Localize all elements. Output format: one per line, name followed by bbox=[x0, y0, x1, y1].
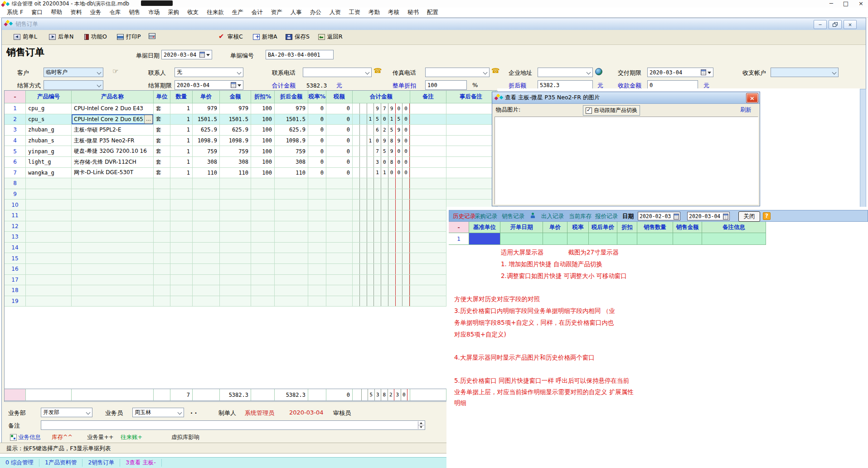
address-combo[interactable] bbox=[538, 68, 593, 77]
grid-cell[interactable] bbox=[220, 232, 251, 243]
image-window-close-button[interactable]: × bbox=[747, 93, 758, 102]
grid-cell[interactable]: yinpan_g bbox=[26, 146, 72, 157]
grid-cell[interactable] bbox=[275, 221, 308, 232]
grid-cell[interactable]: 套 bbox=[154, 146, 170, 157]
vertical-scrollbar[interactable] bbox=[860, 89, 866, 207]
grid-cell[interactable] bbox=[72, 221, 154, 232]
child-close-button[interactable]: × bbox=[844, 20, 857, 29]
grid-cell[interactable] bbox=[410, 296, 446, 307]
grid-cell[interactable] bbox=[353, 285, 410, 296]
grid-cell[interactable] bbox=[26, 232, 72, 243]
grid-cell[interactable] bbox=[308, 189, 326, 200]
grid-cell[interactable] bbox=[308, 210, 326, 221]
grid-cell[interactable]: 100 bbox=[251, 157, 275, 168]
grid-cell[interactable] bbox=[326, 189, 353, 200]
grid-cell[interactable]: 11 bbox=[5, 210, 26, 221]
discount-input[interactable]: 100 bbox=[425, 80, 467, 90]
grid-cell[interactable]: 9 bbox=[5, 189, 26, 200]
menu-item[interactable]: 采购 bbox=[164, 8, 183, 17]
grid-cell[interactable] bbox=[353, 253, 410, 264]
grid-cell[interactable] bbox=[251, 264, 275, 275]
grid-cell[interactable]: 110 bbox=[193, 168, 220, 179]
grid-cell[interactable]: 979 bbox=[220, 103, 251, 114]
history-cell[interactable] bbox=[469, 233, 500, 245]
grid-cell[interactable]: 16 bbox=[5, 264, 26, 275]
grid-cell[interactable]: 1501.5 bbox=[220, 114, 251, 125]
grid-cell[interactable] bbox=[275, 275, 308, 286]
grid-cell[interactable] bbox=[308, 178, 326, 189]
spinner-control[interactable] bbox=[418, 421, 424, 429]
grid-cell[interactable]: 979 bbox=[193, 103, 220, 114]
menu-item[interactable]: 会计 bbox=[247, 8, 267, 17]
grid-cell[interactable] bbox=[353, 296, 410, 307]
grid-cell[interactable] bbox=[251, 232, 275, 243]
grid-cell[interactable] bbox=[154, 275, 170, 286]
grid-cell[interactable]: 1 bbox=[170, 157, 193, 168]
grid-cell[interactable] bbox=[308, 275, 326, 286]
history-cell[interactable] bbox=[617, 233, 637, 245]
grid-cell[interactable] bbox=[154, 264, 170, 275]
grid-cell[interactable] bbox=[220, 253, 251, 264]
taskbar-item[interactable]: 0 综合管理 bbox=[0, 459, 39, 467]
grid-cell[interactable] bbox=[26, 210, 72, 221]
grid-cell[interactable] bbox=[410, 275, 446, 286]
grid-cell[interactable]: 0 bbox=[326, 168, 353, 179]
taskbar-item[interactable]: 1产品资料管 bbox=[39, 459, 82, 467]
note-input[interactable] bbox=[41, 420, 425, 430]
grid-cell[interactable] bbox=[220, 285, 251, 296]
grid-cell[interactable] bbox=[446, 103, 496, 114]
history-tab[interactable]: 报价记录 bbox=[595, 213, 618, 220]
menu-item[interactable]: 资料 bbox=[66, 8, 86, 17]
grid-cell[interactable]: 1 bbox=[5, 103, 26, 114]
grid-cell[interactable] bbox=[220, 178, 251, 189]
grid-cell[interactable]: 主板-华硕 P5PL2-E bbox=[72, 125, 154, 136]
help-button[interactable]: ? bbox=[763, 212, 771, 220]
menu-item[interactable]: 考核 bbox=[384, 8, 403, 17]
grid-cell[interactable] bbox=[154, 285, 170, 296]
grid-cell[interactable]: 11000 bbox=[353, 168, 410, 179]
grid-cell[interactable] bbox=[326, 264, 353, 275]
grid-cell[interactable] bbox=[446, 189, 496, 200]
grid-cell[interactable] bbox=[275, 178, 308, 189]
grid-cell[interactable] bbox=[251, 285, 275, 296]
grid-cell[interactable] bbox=[353, 189, 410, 200]
grid-cell[interactable] bbox=[446, 114, 496, 125]
grid-cell[interactable] bbox=[193, 275, 220, 286]
grid-cell[interactable] bbox=[154, 210, 170, 221]
menu-item[interactable]: 配置 bbox=[423, 8, 442, 17]
grid-cell[interactable] bbox=[193, 264, 220, 275]
history-cell[interactable] bbox=[500, 233, 543, 245]
grid-cell[interactable]: 62590 bbox=[353, 125, 410, 136]
grid-cell[interactable] bbox=[353, 275, 410, 286]
grid-cell[interactable] bbox=[220, 189, 251, 200]
auto-follow-checkbox[interactable]: 自动跟随产品切换 bbox=[583, 105, 640, 116]
grid-cell[interactable]: 625.9 bbox=[275, 125, 308, 136]
grid-cell[interactable] bbox=[410, 253, 446, 264]
grid-cell[interactable] bbox=[446, 125, 496, 136]
grid-cell[interactable] bbox=[275, 296, 308, 307]
grid-cell[interactable]: 0 bbox=[308, 157, 326, 168]
grid-cell[interactable] bbox=[72, 264, 154, 275]
dept-combo[interactable]: 开发部 bbox=[41, 408, 92, 417]
grid-cell[interactable] bbox=[170, 275, 193, 286]
grid-cell[interactable]: 6 bbox=[5, 157, 26, 168]
grid-cell[interactable] bbox=[353, 232, 410, 243]
grid-cell[interactable] bbox=[154, 253, 170, 264]
grid-cell[interactable] bbox=[220, 264, 251, 275]
grid-cell[interactable] bbox=[170, 264, 193, 275]
grid-cell[interactable] bbox=[193, 221, 220, 232]
footer-link[interactable]: 虚拟库影响 bbox=[171, 434, 200, 441]
toolbar-button-print[interactable]: 打印P bbox=[117, 33, 141, 41]
menu-item[interactable]: 仓库 bbox=[105, 8, 125, 17]
grid-cell[interactable] bbox=[326, 253, 353, 264]
doc-date-input[interactable]: 2020-03-04 bbox=[161, 50, 212, 59]
grid-cell[interactable] bbox=[275, 253, 308, 264]
doc-no-input[interactable]: BA-20-03-04-0001 bbox=[266, 50, 334, 59]
grid-cell[interactable] bbox=[193, 232, 220, 243]
grid-cell[interactable]: 套 bbox=[154, 136, 170, 146]
menu-item[interactable]: 办公 bbox=[306, 8, 325, 17]
account-combo[interactable] bbox=[771, 68, 839, 77]
grid-cell[interactable] bbox=[72, 189, 154, 200]
grid-cell[interactable]: 0 bbox=[326, 157, 353, 168]
grid-cell[interactable]: 0 bbox=[308, 125, 326, 136]
